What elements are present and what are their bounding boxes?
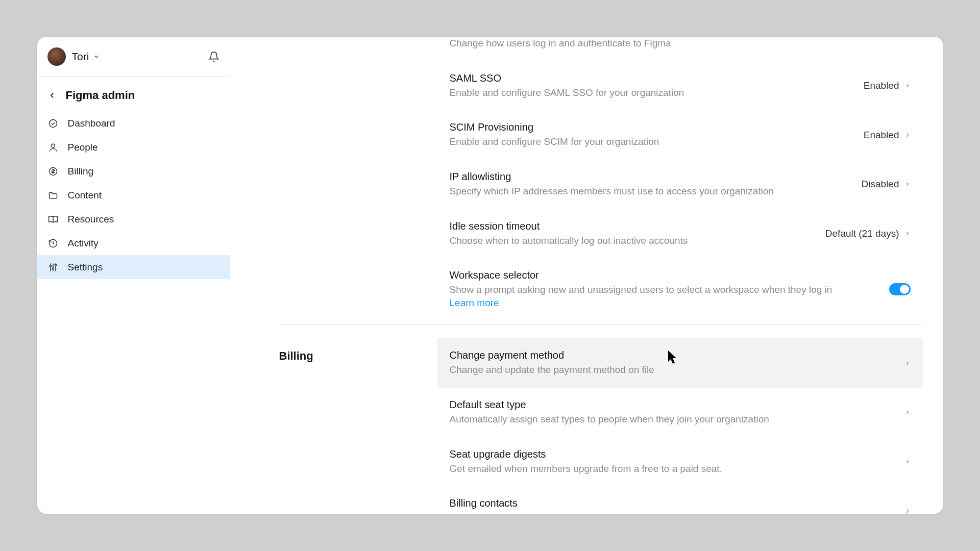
sidebar-item-people[interactable]: People: [37, 135, 230, 159]
chevron-down-icon[interactable]: [93, 53, 100, 60]
sidebar-item-label: People: [68, 142, 98, 153]
history-icon: [47, 238, 59, 249]
row-title: Seat upgrade digests: [450, 448, 894, 460]
admin-window: Tori Figma admin Dashboard: [37, 37, 943, 514]
svg-point-0: [49, 119, 57, 127]
sidebar: Tori Figma admin Dashboard: [37, 37, 230, 514]
row-saml-sso[interactable]: SAML SSO Enable and configure SAML SSO f…: [437, 61, 923, 111]
sidebar-item-resources[interactable]: Resources: [37, 207, 230, 231]
status-label: Enabled: [864, 80, 899, 91]
chevron-right-icon: [904, 229, 911, 238]
folder-icon: [47, 190, 59, 201]
workspace-selector-toggle[interactable]: [889, 283, 911, 295]
sidebar-item-label: Dashboard: [68, 118, 115, 129]
row-title: IP allowlisting: [450, 171, 851, 183]
sidebar-item-settings[interactable]: Settings: [37, 255, 230, 279]
row-title: Billing contacts: [450, 497, 894, 509]
sidebar-item-label: Settings: [68, 262, 103, 273]
check-circle-icon: [47, 118, 59, 129]
section-heading-login: [279, 37, 437, 324]
row-ip-allowlist[interactable]: IP allowlisting Specify which IP address…: [437, 160, 923, 209]
row-workspace-selector[interactable]: Workspace selector Show a prompt asking …: [437, 258, 923, 324]
row-change-payment[interactable]: Change payment method Change and update …: [437, 338, 923, 388]
svg-point-8: [55, 264, 56, 266]
user-name: Tori: [72, 51, 89, 63]
row-desc: Show a prompt asking new and unassigned …: [450, 283, 879, 309]
sidebar-nav: Dashboard People Billing Content: [37, 111, 230, 279]
sidebar-item-content[interactable]: Content: [37, 183, 230, 207]
row-desc: Specify which IP addresses members must …: [450, 185, 851, 198]
chevron-right-icon: [904, 457, 911, 466]
chevron-right-icon: [904, 507, 911, 514]
status-label: Disabled: [862, 179, 899, 190]
section-billing: Billing Change payment method Change and…: [279, 324, 923, 514]
row-desc: Choose who gets email notifications abou…: [450, 511, 894, 514]
person-icon: [47, 142, 59, 153]
row-scim[interactable]: SCIM Provisioning Enable and configure S…: [437, 110, 923, 160]
main-panel: Change how users log in and authenticate…: [230, 37, 943, 514]
row-desc: Enable and configure SAML SSO for your o…: [450, 86, 853, 99]
row-desc: Enable and configure SCIM for your organ…: [450, 135, 853, 148]
sliders-icon: [47, 262, 59, 273]
row-desc: Change and update the payment method on …: [450, 363, 894, 377]
dollar-icon: [47, 166, 59, 177]
row-title: Change payment method: [450, 349, 894, 361]
learn-more-link[interactable]: Learn more: [450, 297, 499, 308]
chevron-right-icon: [904, 131, 911, 140]
sidebar-item-label: Activity: [68, 238, 99, 249]
row-title: SAML SSO: [450, 72, 853, 84]
back-icon[interactable]: [47, 91, 57, 100]
billing-rows: Change payment method Change and update …: [437, 325, 923, 514]
sidebar-item-billing[interactable]: Billing: [37, 159, 230, 183]
book-icon: [47, 214, 59, 225]
sidebar-header[interactable]: Tori: [37, 37, 230, 77]
bell-icon[interactable]: [208, 51, 219, 62]
row-desc: Get emailed when members upgrade from a …: [450, 462, 894, 475]
row-title: Default seat type: [450, 399, 894, 411]
chevron-right-icon: [904, 408, 911, 417]
row-default-seat-type[interactable]: Default seat type Automatically assign s…: [437, 388, 923, 437]
row-idle-timeout[interactable]: Idle session timeout Choose when to auto…: [437, 209, 923, 259]
sidebar-title: Figma admin: [66, 89, 135, 102]
svg-point-6: [52, 267, 54, 269]
chevron-right-icon: [904, 359, 911, 368]
row-desc-text: Show a prompt asking new and unassigned …: [450, 284, 832, 295]
row-desc: Automatically assign seat types to peopl…: [450, 413, 894, 426]
chevron-right-icon: [904, 81, 911, 90]
sidebar-item-dashboard[interactable]: Dashboard: [37, 111, 230, 135]
section-heading-billing: Billing: [279, 325, 437, 514]
row-title: SCIM Provisioning: [450, 121, 853, 133]
status-label: Default (21 days): [825, 228, 899, 239]
svg-point-1: [51, 144, 55, 147]
sidebar-item-activity[interactable]: Activity: [37, 231, 230, 255]
svg-point-4: [50, 265, 51, 266]
avatar[interactable]: [47, 47, 66, 66]
row-authentication[interactable]: Change how users log in and authenticate…: [437, 37, 923, 61]
settings-content: Change how users log in and authenticate…: [230, 37, 943, 514]
row-title: Idle session timeout: [450, 220, 815, 232]
row-seat-upgrade-digests[interactable]: Seat upgrade digests Get emailed when me…: [437, 437, 923, 487]
row-title: Workspace selector: [450, 269, 879, 281]
section-login: Change how users log in and authenticate…: [279, 37, 923, 324]
sidebar-item-label: Resources: [68, 214, 114, 225]
row-desc: Change how users log in and authenticate…: [450, 37, 894, 50]
sidebar-section-header[interactable]: Figma admin: [37, 77, 230, 111]
chevron-right-icon: [904, 180, 911, 189]
row-billing-contacts[interactable]: Billing contacts Choose who gets email n…: [437, 486, 923, 514]
sidebar-item-label: Billing: [68, 166, 94, 177]
row-desc: Choose when to automatically log out ina…: [450, 234, 815, 247]
sidebar-item-label: Content: [68, 190, 102, 201]
login-rows: Change how users log in and authenticate…: [437, 37, 923, 324]
status-label: Enabled: [864, 130, 899, 141]
